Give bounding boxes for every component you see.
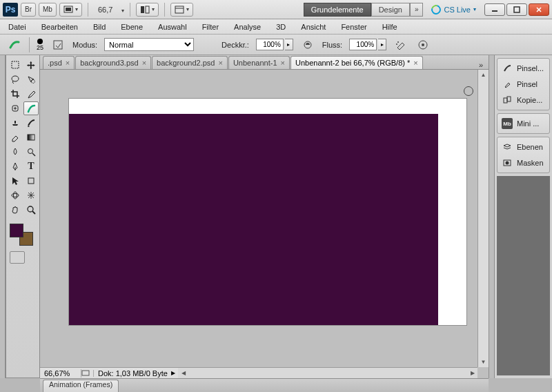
eyedropper-tool[interactable] <box>23 87 39 101</box>
canvas-viewport[interactable]: ▲ ▼ 66,67% Dok: 1,03 MB/0 Byte ▶ ◀ ▶ <box>40 70 489 378</box>
quick-mask-toggle[interactable] <box>10 251 25 264</box>
close-button[interactable] <box>529 3 549 16</box>
tool-preset-picker[interactable] <box>7 37 22 52</box>
tablet-pressure-opacity-icon[interactable] <box>300 37 315 52</box>
horizontal-scrollbar[interactable]: ◀ ▶ <box>178 367 477 378</box>
status-preview-icon[interactable] <box>81 370 94 377</box>
maximize-button[interactable] <box>506 3 527 16</box>
arrange-documents-dropdown[interactable] <box>170 3 193 17</box>
crop-tool[interactable] <box>8 87 23 101</box>
pen-tool[interactable] <box>8 159 23 173</box>
brush-size-label: 25 <box>37 44 43 51</box>
svg-rect-33 <box>507 97 511 101</box>
tab-close-icon[interactable]: × <box>413 59 417 67</box>
tab-close-icon[interactable]: × <box>142 59 146 67</box>
status-doc-info[interactable]: Dok: 1,03 MB/0 Byte <box>94 369 168 378</box>
history-brush-tool[interactable] <box>23 116 39 130</box>
workspace-tab-design[interactable]: Design <box>371 3 410 17</box>
3d-camera-tool[interactable] <box>23 188 39 202</box>
options-bar: 25 Modus: Normal Deckkr.: ▸ Fluss: ▸ <box>0 35 552 55</box>
panel-masks[interactable]: Masken <box>499 155 548 170</box>
tab-close-icon[interactable]: × <box>218 59 222 67</box>
healing-brush-tool[interactable] <box>8 101 23 115</box>
path-select-tool[interactable] <box>8 174 23 188</box>
vertical-scrollbar[interactable]: ▲ ▼ <box>477 70 489 367</box>
menu-fenster[interactable]: Fenster <box>338 21 369 33</box>
lasso-tool[interactable] <box>8 72 23 86</box>
brush-tool[interactable] <box>23 101 39 115</box>
opacity-dropdown[interactable]: ▸ <box>285 39 293 50</box>
clone-stamp-tool[interactable] <box>8 116 23 130</box>
panel-mini-bridge[interactable]: MbMini ... <box>499 116 548 131</box>
bridge-button[interactable]: Br <box>21 3 36 17</box>
layers-icon <box>502 141 513 153</box>
scroll-up-icon[interactable]: ▲ <box>478 70 489 80</box>
blur-tool[interactable] <box>8 145 23 159</box>
svg-rect-32 <box>504 98 507 103</box>
flow-dropdown[interactable]: ▸ <box>378 39 386 50</box>
blend-mode-select[interactable]: Normal <box>104 38 194 51</box>
masks-icon <box>502 157 513 168</box>
minimize-button[interactable] <box>484 3 505 16</box>
panel-clone-source[interactable]: Kopie... <box>499 92 548 108</box>
document-tab[interactable]: background2.psd× <box>152 56 228 69</box>
panel-brush-presets[interactable]: Pinsel... <box>499 61 548 76</box>
menu-hilfe[interactable]: Hilfe <box>379 21 400 33</box>
color-swatches[interactable] <box>8 222 38 247</box>
tab-close-icon[interactable]: × <box>281 59 285 67</box>
screen-mode-dropdown[interactable] <box>59 3 82 17</box>
foreground-color-swatch[interactable] <box>10 224 23 237</box>
flow-input[interactable] <box>349 39 377 50</box>
airbrush-toggle-icon[interactable] <box>393 37 408 52</box>
cs-live-button[interactable]: CS Live ▾ <box>431 5 476 14</box>
svg-point-15 <box>422 43 424 46</box>
quick-select-tool[interactable] <box>23 72 39 86</box>
shape-tool[interactable] <box>23 174 39 188</box>
gradient-tool[interactable] <box>23 130 39 144</box>
status-zoom[interactable]: 66,67% <box>40 369 81 378</box>
brush-panel-toggle[interactable] <box>50 37 66 52</box>
scroll-down-icon[interactable]: ▼ <box>478 357 489 367</box>
type-tool[interactable]: T <box>23 159 39 173</box>
marquee-tool[interactable] <box>8 58 23 72</box>
canvas-content[interactable] <box>69 114 438 325</box>
menu-bearbeiten[interactable]: Bearbeiten <box>39 21 81 33</box>
3d-rotate-tool[interactable] <box>8 188 23 202</box>
document-tab[interactable]: .psd× <box>43 56 75 69</box>
animation-frames-tab[interactable]: Animation (Frames) <box>43 380 119 392</box>
view-extras-dropdown[interactable] <box>136 3 159 17</box>
menu-bild[interactable]: Bild <box>90 21 108 33</box>
zoom-value[interactable]: 66,7 <box>94 6 117 14</box>
svg-rect-2 <box>141 6 144 13</box>
document-tab[interactable]: background3.psd× <box>75 56 151 69</box>
menu-ansicht[interactable]: Ansicht <box>298 21 328 33</box>
move-tool[interactable] <box>23 58 39 72</box>
zoom-dropdown[interactable] <box>119 6 124 14</box>
tabs-overflow-button[interactable]: » <box>473 61 489 69</box>
hand-tool[interactable] <box>8 203 23 217</box>
scroll-right-icon[interactable]: ▶ <box>467 370 477 376</box>
menu-3d[interactable]: 3D <box>273 21 288 33</box>
zoom-tool[interactable] <box>23 203 39 217</box>
status-info-dropdown[interactable]: ▶ <box>168 370 178 376</box>
tablet-pressure-size-icon[interactable] <box>415 37 431 52</box>
menu-ebene[interactable]: Ebene <box>118 21 146 33</box>
eraser-tool[interactable] <box>8 130 23 144</box>
panel-brush[interactable]: Pinsel <box>499 77 548 92</box>
dodge-tool[interactable] <box>23 145 39 159</box>
scroll-left-icon[interactable]: ◀ <box>178 370 188 376</box>
workspace-more-button[interactable]: » <box>410 3 424 17</box>
menu-analyse[interactable]: Analyse <box>231 21 264 33</box>
document-tab-active[interactable]: Unbenannt-2 bei 66,7% (RGB/8) *× <box>290 56 423 69</box>
opacity-input[interactable] <box>256 39 284 50</box>
document-tab[interactable]: Unbenannt-1× <box>228 56 290 69</box>
mini-bridge-button[interactable]: Mb <box>39 3 57 17</box>
brush-preset-picker[interactable]: 25 <box>37 39 43 51</box>
menu-filter[interactable]: Filter <box>199 21 221 33</box>
workspace-tab-active[interactable]: Grundelemente <box>304 3 371 17</box>
window-controls <box>484 3 549 16</box>
menu-auswahl[interactable]: Auswahl <box>155 21 190 33</box>
panel-layers[interactable]: Ebenen <box>499 139 548 155</box>
tab-close-icon[interactable]: × <box>66 59 70 67</box>
menu-datei[interactable]: Datei <box>6 21 29 33</box>
